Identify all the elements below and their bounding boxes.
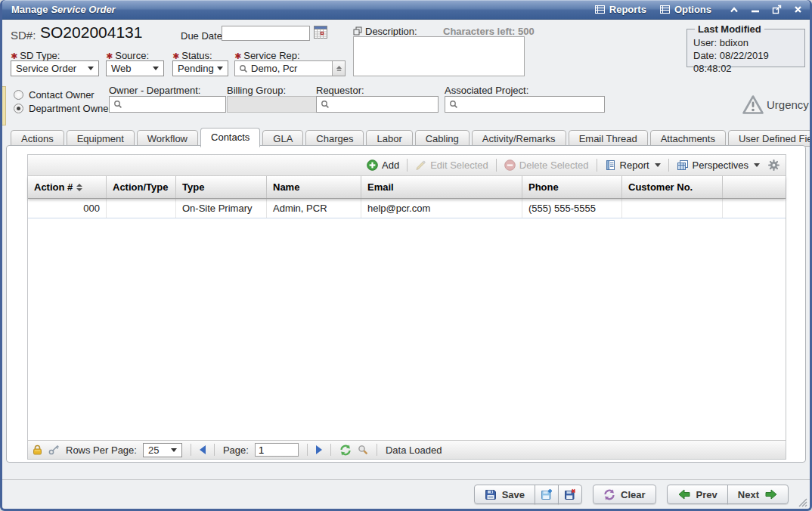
grid-footer: Rows Per Page: 25 Page: Data Loaded xyxy=(28,440,786,459)
description-textarea[interactable] xyxy=(353,36,525,76)
status-select[interactable]: Pending xyxy=(172,60,228,76)
collapse-button[interactable] xyxy=(730,7,739,13)
edit-selected-button[interactable]: Edit Selected xyxy=(415,159,488,171)
lock-button[interactable] xyxy=(33,444,42,455)
save-icon xyxy=(485,488,497,500)
tab-user-defined-fields[interactable]: User Defined Fields xyxy=(728,130,810,147)
grid-settings-button[interactable] xyxy=(768,159,779,171)
list-icon xyxy=(660,5,670,14)
options-menu-button[interactable]: Options xyxy=(660,4,711,15)
column-header-action-number[interactable]: Action # xyxy=(28,176,107,198)
minimize-button[interactable] xyxy=(751,6,760,14)
column-header-email[interactable]: Email xyxy=(361,176,522,198)
footer-separator xyxy=(307,444,308,456)
column-header-phone[interactable]: Phone xyxy=(522,176,622,198)
tab-charges[interactable]: Charges xyxy=(305,130,364,147)
grid-key-button[interactable] xyxy=(48,444,60,455)
clear-icon xyxy=(603,489,615,500)
zoom-icon xyxy=(358,444,368,455)
side-panel-handle[interactable] xyxy=(2,86,6,125)
delete-selected-button[interactable]: Delete Selected xyxy=(504,159,589,171)
reports-menu-button[interactable]: Reports xyxy=(595,4,646,15)
column-header-action-type[interactable]: Action/Type xyxy=(107,176,176,198)
service-rep-picker[interactable]: Demo, Pcr xyxy=(234,60,346,76)
tab-activity-remarks[interactable]: Activity/Remarks xyxy=(472,130,566,147)
window-titlebar: ManageService Order Reports Options xyxy=(2,0,810,20)
column-header-customer-no[interactable]: Customer No. xyxy=(622,176,723,198)
save-button[interactable]: Save xyxy=(474,485,535,504)
department-owner-radio[interactable]: Department Owner xyxy=(14,103,112,114)
perspectives-button[interactable]: Perspectives xyxy=(677,159,760,171)
urgency-label: Urgency xyxy=(767,98,809,111)
description-expand-button[interactable] xyxy=(353,26,362,36)
report-button[interactable]: Report xyxy=(605,159,661,171)
billing-group-input xyxy=(227,96,322,113)
due-date-input[interactable] xyxy=(222,26,310,41)
contact-owner-radio[interactable]: Contact Owner xyxy=(14,89,95,101)
minimize-icon xyxy=(751,6,760,14)
footer-separator xyxy=(214,444,215,456)
service-rep-lookup-button[interactable] xyxy=(332,61,345,76)
tab-equipment[interactable]: Equipment xyxy=(67,130,135,147)
clear-button[interactable]: Clear xyxy=(593,485,656,504)
billing-group-label: Billing Group: xyxy=(227,85,286,96)
popout-icon xyxy=(772,5,782,14)
previous-page-button[interactable] xyxy=(200,445,206,454)
refresh-button[interactable] xyxy=(339,444,352,456)
calendar-button[interactable] xyxy=(313,25,329,40)
status-label: ✱Status: xyxy=(172,50,212,61)
window-title: ManageService Order xyxy=(11,4,116,15)
tab-labor[interactable]: Labor xyxy=(366,130,412,147)
last-modified-user: User: bdixon xyxy=(693,36,798,49)
chevron-down-icon xyxy=(88,67,94,70)
add-button[interactable]: Add xyxy=(367,159,399,171)
save-new-icon xyxy=(541,488,553,500)
tab-email-thread[interactable]: Email Thread xyxy=(569,130,648,147)
resize-grip[interactable] xyxy=(795,495,807,507)
characters-left-counter: Characters left: 500 xyxy=(443,26,535,37)
page-label: Page: xyxy=(223,444,249,456)
source-select[interactable]: Web xyxy=(106,60,164,76)
last-modified-legend: Last Modified xyxy=(695,23,764,35)
save-and-close-button[interactable] xyxy=(558,485,582,504)
close-button[interactable] xyxy=(794,5,802,14)
resize-grip-icon xyxy=(795,495,807,507)
toolbar-separator xyxy=(407,159,408,172)
next-button[interactable]: Next xyxy=(727,485,789,504)
last-modified-box: Last Modified User: bdixon Date: 08/22/2… xyxy=(686,23,805,67)
tab-cabling[interactable]: Cabling xyxy=(415,130,470,147)
tab-gla[interactable]: GLA xyxy=(262,130,303,147)
column-header-name[interactable]: Name xyxy=(267,176,361,198)
rows-per-page-select[interactable]: 25 xyxy=(143,443,182,457)
required-marker: ✱ xyxy=(234,51,241,60)
page-input[interactable] xyxy=(255,443,299,457)
next-page-button[interactable] xyxy=(316,445,322,454)
tab-workflow[interactable]: Workflow xyxy=(137,130,198,147)
required-marker: ✱ xyxy=(106,51,113,60)
tab-contacts[interactable]: Contacts xyxy=(200,128,260,147)
save-and-new-button[interactable] xyxy=(535,485,559,504)
prev-button[interactable]: Prev xyxy=(667,485,728,504)
associated-project-input[interactable] xyxy=(445,96,605,113)
window-title-emphasis: Service Order xyxy=(51,4,115,15)
table-row[interactable]: 000 On-Site Primary Admin, PCR help@pcr.… xyxy=(28,199,786,218)
sd-type-select[interactable]: Service Order xyxy=(11,60,99,76)
cell-action-type xyxy=(107,199,176,218)
calendar-icon xyxy=(313,25,329,40)
chevron-down-icon xyxy=(171,448,177,452)
cell-blank xyxy=(723,199,786,218)
search-icon xyxy=(239,64,248,73)
tab-attachments[interactable]: Attachments xyxy=(650,130,726,147)
urgency-button[interactable] xyxy=(742,94,764,115)
sd-type-label: ✱SD Type: xyxy=(11,50,60,61)
owner-department-input[interactable] xyxy=(109,96,226,113)
service-rep-label: ✱Service Rep: xyxy=(234,50,300,61)
requestor-input[interactable] xyxy=(316,96,439,113)
popout-button[interactable] xyxy=(772,5,782,14)
tab-actions[interactable]: Actions xyxy=(11,130,64,147)
column-header-type[interactable]: Type xyxy=(176,176,267,198)
prev-next-button-group: Prev Next xyxy=(667,485,789,504)
grid-search-button[interactable] xyxy=(358,444,368,455)
grid-header-row: Action # Action/Type Type Name Email Pho… xyxy=(28,176,786,199)
manage-service-order-window: ManageService Order Reports Options SD#:… xyxy=(0,0,812,511)
